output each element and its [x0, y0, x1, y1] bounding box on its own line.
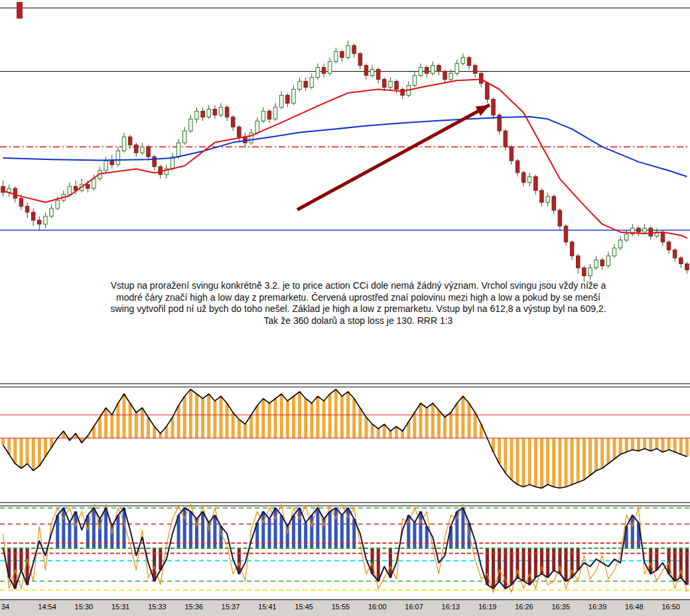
time-label: 15:41 [258, 603, 277, 611]
cci-panel [0, 390, 690, 489]
time-label: 34 [1, 603, 9, 611]
time-label: 16:00 [368, 603, 387, 611]
clipped-candle-mark [17, 2, 23, 19]
time-label: 15:37 [222, 603, 240, 611]
time-label: 16:35 [552, 603, 571, 611]
time-label: 15:45 [295, 603, 313, 611]
time-label: 16:39 [588, 603, 607, 611]
main-price-panel [0, 2, 690, 281]
oscillator-panel [0, 504, 690, 592]
time-label: 15:31 [111, 603, 130, 611]
time-label: 15:33 [148, 603, 167, 611]
chart-note-text: Vstup na proražení svingu konkrétně 3.2.… [106, 280, 610, 327]
time-label: 16:13 [442, 603, 460, 611]
time-label: 15:30 [75, 603, 94, 611]
trade-arrow [297, 105, 490, 210]
trade-arrow-head [476, 105, 490, 116]
candles [1, 40, 689, 281]
trading-chart-window: Vstup na proražení svingu konkrétně 3.2.… [0, 0, 690, 616]
time-label: 16:48 [625, 603, 644, 611]
time-label: 15:36 [185, 603, 204, 611]
time-label: 16:50 [661, 603, 680, 611]
time-axis[interactable]: 3414:5415:3015:3115:3315:3615:3715:4115:… [0, 599, 690, 616]
time-label: 14:54 [38, 603, 56, 611]
time-label: 16:07 [405, 603, 423, 611]
time-label: 15:55 [332, 603, 350, 611]
time-label: 16:19 [478, 603, 497, 611]
time-label: 16:26 [515, 603, 533, 611]
